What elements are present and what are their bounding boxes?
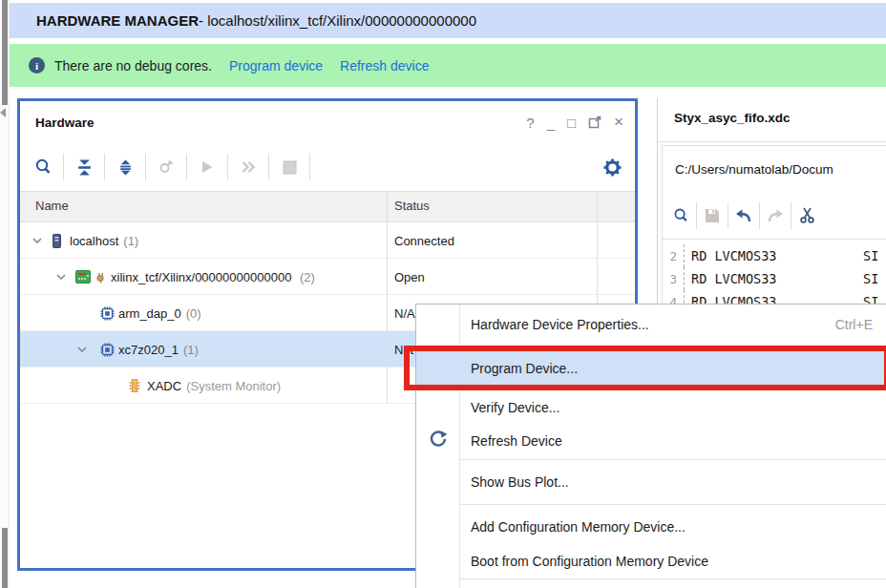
tab-styx-asyc-fifo[interactable]: Styx_asyc_fifo.xdc (674, 111, 791, 125)
board-icon (75, 259, 91, 295)
menu-item-program-device[interactable]: Program Device... (416, 348, 886, 388)
plug-icon (95, 259, 107, 295)
tree-row-localhost[interactable]: localhost (1) Connected (20, 222, 635, 259)
device-context-menu: Hardware Device Properties... Ctrl+E Pro… (415, 304, 886, 588)
toolbar-separator (104, 154, 105, 180)
undo-icon[interactable] (733, 202, 754, 229)
toolbar-separator (696, 202, 697, 229)
tree-item-subtext: (System Monitor) (186, 379, 281, 393)
tree-item-count: (2) (300, 270, 315, 284)
toolbar-separator (309, 154, 310, 180)
toolbar-separator (186, 154, 187, 180)
workspace-title: HARDWARE MANAGER (36, 12, 199, 29)
line-number: 3 (663, 272, 684, 286)
refresh-device-link[interactable]: Refresh device (340, 58, 429, 74)
auto-connect-icon (153, 154, 179, 180)
chevron-down-icon[interactable] (76, 331, 88, 368)
editor-tabbar: Styx_asyc_fifo.xdc (658, 98, 886, 142)
code-line: 3 RD LVCMOS33 SI (663, 267, 886, 290)
chip-icon (99, 331, 116, 368)
rail-scroll-handle-bottom[interactable] (2, 528, 8, 588)
collapse-all-icon[interactable] (71, 154, 97, 180)
menu-item-refresh-device[interactable]: Refresh Device (416, 425, 886, 457)
code-line: 2 RD LVCMOS33 SI (663, 244, 886, 267)
tree-row-xilinx-tcf[interactable]: xilinx_tcf/Xilinx/00000000000000 (2) Ope… (20, 259, 635, 295)
redo-icon (765, 202, 786, 229)
cut-icon[interactable] (796, 202, 817, 229)
search-icon[interactable] (670, 202, 691, 229)
maximize-button[interactable]: □ (567, 115, 576, 131)
settings-gear-icon[interactable] (599, 154, 625, 180)
menu-separator (459, 578, 886, 579)
menu-separator (459, 504, 886, 505)
step-icon (235, 154, 262, 180)
float-window-icon[interactable] (588, 116, 601, 129)
hardware-toolbar (20, 143, 635, 191)
tree-item-label: xc7z020_1 (118, 343, 179, 357)
workspace-title-context: - localhost/xilinx_tcf/Xilinx/0000000000… (199, 12, 476, 29)
menu-separator (459, 459, 886, 460)
program-device-link[interactable]: Program device (229, 58, 323, 74)
xadc-icon (128, 368, 141, 404)
code-area[interactable]: 2 RD LVCMOS33 SI 3 RD LVCMOS33 SI 4 RD L… (663, 240, 886, 313)
tree-table-header: Name Status (20, 191, 635, 222)
column-header-name[interactable]: Name (35, 199, 69, 213)
file-path: C:/Users/numatolab/Docum (663, 146, 886, 192)
menu-item-verify-device[interactable]: Verify Device... (416, 390, 886, 425)
menu-item-add-configuration-memory-device[interactable]: Add Configuration Memory Device... (416, 509, 886, 544)
tree-item-count: (1) (183, 343, 199, 357)
close-button[interactable]: × (614, 113, 623, 132)
toolbar-separator (728, 202, 728, 229)
rail-scroll-handle[interactable] (2, 0, 8, 105)
banner-message: There are no debug cores. (54, 58, 212, 74)
info-banner: i There are no debug cores. Program devi… (10, 44, 886, 87)
workspace-titlebar: HARDWARE MANAGER - localhost/xilinx_tcf/… (10, 3, 886, 38)
chip-icon (99, 295, 116, 331)
hardware-panel-header: Hardware ? _ □ × (20, 101, 635, 143)
minimize-button[interactable]: _ (547, 115, 555, 131)
menu-item-show-bus-plot[interactable]: Show Bus Plot... (416, 464, 886, 500)
collapse-arrow-icon[interactable] (0, 108, 6, 117)
line-number: 2 (663, 249, 684, 263)
toolbar-separator (759, 202, 760, 229)
toolbar-separator (791, 202, 791, 229)
left-rail (0, 0, 10, 588)
tree-item-count: (1) (123, 234, 138, 248)
tree-item-label: arm_dap_0 (118, 306, 181, 321)
expand-all-icon[interactable] (112, 154, 138, 180)
help-button[interactable]: ? (526, 115, 534, 131)
info-icon: i (29, 57, 45, 74)
search-icon[interactable] (30, 154, 56, 180)
chevron-down-icon[interactable] (55, 259, 67, 295)
column-header-status[interactable]: Status (394, 199, 430, 213)
toolbar-separator (268, 154, 269, 180)
tree-item-count: (0) (186, 306, 201, 321)
menu-item-hardware-device-properties[interactable]: Hardware Device Properties... Ctrl+E (416, 306, 886, 343)
editor-toolbar (663, 192, 886, 240)
server-icon (53, 222, 61, 259)
tree-item-label: XADC (147, 379, 181, 393)
status-cell: Connected (394, 222, 595, 259)
stop-icon (276, 154, 303, 180)
menu-item-boot-from-configuration-memory-device[interactable]: Boot from Configuration Memory Device (416, 544, 886, 578)
save-icon (702, 202, 723, 229)
hardware-manager-screen: HARDWARE MANAGER - localhost/xilinx_tcf/… (0, 0, 886, 588)
menu-shortcut: Ctrl+E (835, 317, 873, 332)
panel-title: Hardware (35, 116, 95, 130)
toolbar-separator (227, 154, 228, 180)
chevron-down-icon[interactable] (32, 222, 43, 259)
toolbar-separator (63, 154, 64, 180)
tree-item-label: localhost (70, 234, 118, 248)
tree-item-label: xilinx_tcf/Xilinx/00000000000000 (111, 270, 291, 284)
toolbar-separator (145, 154, 146, 180)
status-cell: Open (394, 259, 595, 295)
run-icon (194, 154, 221, 180)
panel-window-controls: ? _ □ × (526, 113, 623, 132)
